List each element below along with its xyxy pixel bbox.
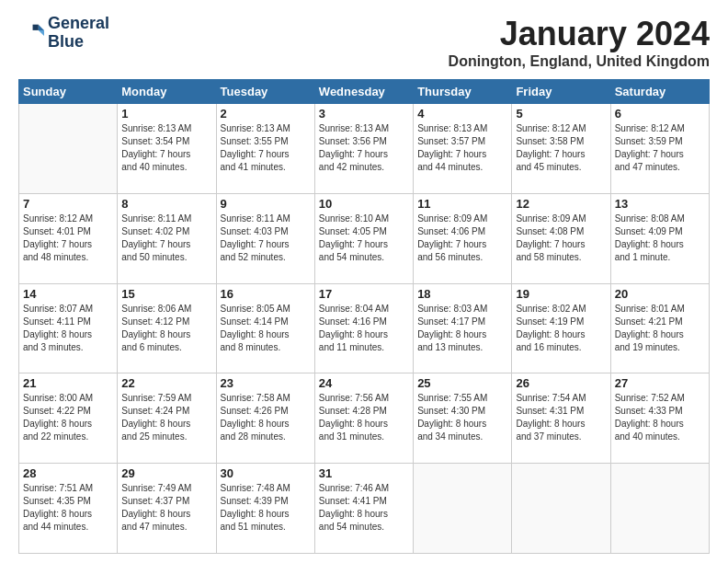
- day-number: 4: [417, 107, 507, 121]
- day-number: 9: [221, 197, 311, 211]
- calendar-cell: 21Sunrise: 8:00 AMSunset: 4:22 PMDayligh…: [19, 373, 118, 464]
- calendar-cell: 18Sunrise: 8:03 AMSunset: 4:17 PMDayligh…: [414, 283, 512, 373]
- day-info: Sunrise: 8:13 AMSunset: 3:54 PMDaylight:…: [121, 122, 211, 174]
- calendar-cell: 30Sunrise: 7:48 AMSunset: 4:39 PMDayligh…: [216, 464, 314, 554]
- calendar-cell: 15Sunrise: 8:06 AMSunset: 4:12 PMDayligh…: [118, 283, 216, 373]
- calendar-cell: [414, 464, 512, 554]
- day-number: 5: [516, 107, 606, 121]
- day-number: 27: [615, 376, 705, 390]
- day-number: 24: [319, 376, 409, 390]
- day-number: 1: [121, 107, 211, 121]
- day-info: Sunrise: 8:09 AMSunset: 4:06 PMDaylight:…: [417, 213, 507, 264]
- day-number: 14: [23, 287, 113, 301]
- logo-line2: Blue: [48, 33, 109, 52]
- title-block: January 2024 Donington, England, United …: [449, 15, 710, 70]
- day-number: 12: [516, 197, 606, 211]
- logo-icon: [18, 20, 44, 46]
- calendar-cell: 27Sunrise: 7:52 AMSunset: 4:33 PMDayligh…: [610, 373, 709, 464]
- calendar-cell: 16Sunrise: 8:05 AMSunset: 4:14 PMDayligh…: [216, 283, 314, 373]
- day-info: Sunrise: 7:59 AMSunset: 4:24 PMDaylight:…: [121, 392, 211, 443]
- calendar-cell: 26Sunrise: 7:54 AMSunset: 4:31 PMDayligh…: [512, 373, 610, 464]
- day-number: 15: [121, 287, 211, 301]
- calendar-cell: 31Sunrise: 7:46 AMSunset: 4:41 PMDayligh…: [314, 464, 413, 554]
- day-number: 18: [417, 287, 507, 301]
- calendar-week-0: 1Sunrise: 8:13 AMSunset: 3:54 PMDaylight…: [19, 104, 710, 194]
- day-number: 21: [23, 376, 113, 390]
- calendar-cell: 1Sunrise: 8:13 AMSunset: 3:54 PMDaylight…: [118, 104, 216, 194]
- day-info: Sunrise: 7:51 AMSunset: 4:35 PMDaylight:…: [23, 482, 113, 534]
- day-number: 7: [23, 197, 113, 211]
- day-number: 19: [516, 287, 606, 301]
- calendar-cell: 23Sunrise: 7:58 AMSunset: 4:26 PMDayligh…: [216, 373, 314, 464]
- day-info: Sunrise: 7:46 AMSunset: 4:41 PMDaylight:…: [319, 482, 409, 534]
- day-info: Sunrise: 7:55 AMSunset: 4:30 PMDaylight:…: [417, 392, 507, 443]
- day-number: 6: [615, 107, 705, 121]
- calendar-cell: 11Sunrise: 8:09 AMSunset: 4:06 PMDayligh…: [414, 193, 512, 283]
- day-info: Sunrise: 8:05 AMSunset: 4:14 PMDaylight:…: [221, 303, 311, 354]
- day-number: 28: [23, 466, 113, 480]
- calendar-header-sunday: Sunday: [19, 80, 118, 104]
- day-number: 11: [417, 197, 507, 211]
- calendar-cell: 3Sunrise: 8:13 AMSunset: 3:56 PMDaylight…: [314, 104, 413, 194]
- calendar-cell: 5Sunrise: 8:12 AMSunset: 3:58 PMDaylight…: [512, 104, 610, 194]
- page: General Blue January 2024 Donington, Eng…: [0, 0, 728, 563]
- calendar-cell: 12Sunrise: 8:09 AMSunset: 4:08 PMDayligh…: [512, 193, 610, 283]
- day-number: 30: [221, 466, 311, 480]
- day-info: Sunrise: 8:04 AMSunset: 4:16 PMDaylight:…: [319, 303, 409, 354]
- month-title: January 2024: [449, 15, 710, 53]
- calendar-cell: 20Sunrise: 8:01 AMSunset: 4:21 PMDayligh…: [610, 283, 709, 373]
- calendar-cell: [19, 104, 118, 194]
- calendar-week-2: 14Sunrise: 8:07 AMSunset: 4:11 PMDayligh…: [19, 283, 710, 373]
- calendar-header-row: SundayMondayTuesdayWednesdayThursdayFrid…: [19, 80, 710, 104]
- day-number: 16: [221, 287, 311, 301]
- calendar-cell: 17Sunrise: 8:04 AMSunset: 4:16 PMDayligh…: [314, 283, 413, 373]
- day-info: Sunrise: 7:54 AMSunset: 4:31 PMDaylight:…: [516, 392, 606, 443]
- logo-line1: General: [48, 15, 109, 33]
- day-number: 25: [417, 376, 507, 390]
- day-info: Sunrise: 8:12 AMSunset: 4:01 PMDaylight:…: [23, 213, 113, 264]
- day-info: Sunrise: 8:13 AMSunset: 3:56 PMDaylight:…: [319, 122, 409, 174]
- svg-marker-0: [39, 24, 44, 29]
- day-info: Sunrise: 8:12 AMSunset: 3:59 PMDaylight:…: [615, 122, 705, 174]
- svg-marker-1: [39, 30, 44, 36]
- day-info: Sunrise: 7:52 AMSunset: 4:33 PMDaylight:…: [615, 392, 705, 443]
- day-number: 2: [221, 107, 311, 121]
- day-info: Sunrise: 8:09 AMSunset: 4:08 PMDaylight:…: [516, 213, 606, 264]
- day-number: 10: [319, 197, 409, 211]
- day-info: Sunrise: 7:58 AMSunset: 4:26 PMDaylight:…: [221, 392, 311, 443]
- day-number: 22: [121, 376, 211, 390]
- day-number: 20: [615, 287, 705, 301]
- calendar-cell: 24Sunrise: 7:56 AMSunset: 4:28 PMDayligh…: [314, 373, 413, 464]
- logo: General Blue: [18, 15, 109, 52]
- calendar-header-wednesday: Wednesday: [314, 80, 413, 104]
- calendar-cell: 13Sunrise: 8:08 AMSunset: 4:09 PMDayligh…: [610, 193, 709, 283]
- day-info: Sunrise: 7:48 AMSunset: 4:39 PMDaylight:…: [221, 482, 311, 534]
- day-info: Sunrise: 8:08 AMSunset: 4:09 PMDaylight:…: [615, 213, 705, 264]
- calendar-cell: 6Sunrise: 8:12 AMSunset: 3:59 PMDaylight…: [610, 104, 709, 194]
- day-info: Sunrise: 8:11 AMSunset: 4:03 PMDaylight:…: [221, 213, 311, 264]
- day-info: Sunrise: 8:01 AMSunset: 4:21 PMDaylight:…: [615, 303, 705, 354]
- calendar-header-thursday: Thursday: [414, 80, 512, 104]
- calendar-week-3: 21Sunrise: 8:00 AMSunset: 4:22 PMDayligh…: [19, 373, 710, 464]
- day-info: Sunrise: 8:11 AMSunset: 4:02 PMDaylight:…: [121, 213, 211, 264]
- day-number: 8: [121, 197, 211, 211]
- day-number: 13: [615, 197, 705, 211]
- calendar-cell: 9Sunrise: 8:11 AMSunset: 4:03 PMDaylight…: [216, 193, 314, 283]
- day-number: 31: [319, 466, 409, 480]
- day-number: 26: [516, 376, 606, 390]
- svg-marker-2: [33, 24, 39, 29]
- day-info: Sunrise: 8:12 AMSunset: 3:58 PMDaylight:…: [516, 122, 606, 174]
- calendar-cell: 22Sunrise: 7:59 AMSunset: 4:24 PMDayligh…: [118, 373, 216, 464]
- calendar-header-friday: Friday: [512, 80, 610, 104]
- calendar-cell: 7Sunrise: 8:12 AMSunset: 4:01 PMDaylight…: [19, 193, 118, 283]
- day-info: Sunrise: 8:13 AMSunset: 3:55 PMDaylight:…: [221, 122, 311, 174]
- calendar-cell: 2Sunrise: 8:13 AMSunset: 3:55 PMDaylight…: [216, 104, 314, 194]
- day-info: Sunrise: 8:10 AMSunset: 4:05 PMDaylight:…: [319, 213, 409, 264]
- calendar-cell: [512, 464, 610, 554]
- calendar-header-saturday: Saturday: [610, 80, 709, 104]
- day-info: Sunrise: 8:13 AMSunset: 3:57 PMDaylight:…: [417, 122, 507, 174]
- calendar-header-tuesday: Tuesday: [216, 80, 314, 104]
- logo-text: General Blue: [48, 15, 109, 52]
- day-info: Sunrise: 8:00 AMSunset: 4:22 PMDaylight:…: [23, 392, 113, 443]
- calendar-cell: 14Sunrise: 8:07 AMSunset: 4:11 PMDayligh…: [19, 283, 118, 373]
